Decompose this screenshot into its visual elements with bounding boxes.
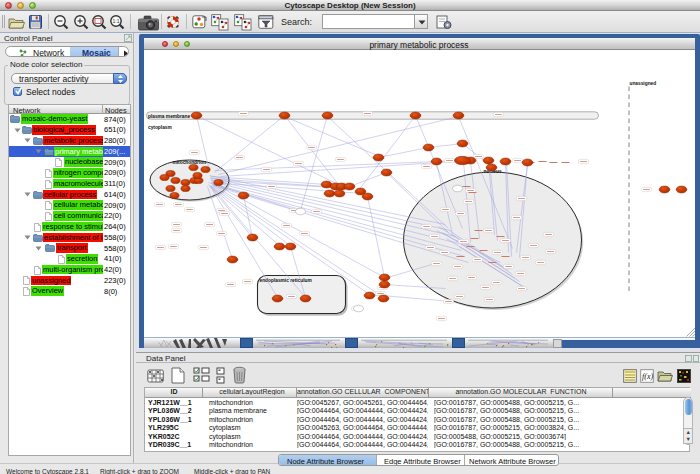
svg-text:mitochondrion: mitochondrion: [172, 160, 206, 165]
svg-text:cytoplasm: cytoplasm: [148, 125, 172, 130]
svg-text:plasma membrane: plasma membrane: [148, 113, 190, 118]
svg-text:unassigned: unassigned: [629, 80, 656, 85]
svg-text:f(x): f(x): [642, 372, 653, 381]
svg-text:1:1: 1:1: [113, 18, 120, 24]
